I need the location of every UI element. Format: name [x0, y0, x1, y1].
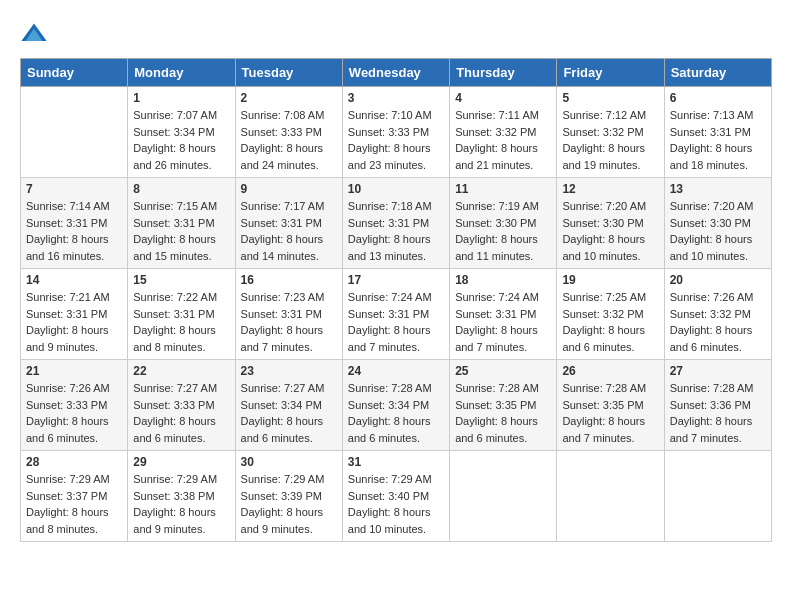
day-number: 1 — [133, 91, 229, 105]
calendar-cell: 31 Sunrise: 7:29 AMSunset: 3:40 PMDaylig… — [342, 451, 449, 542]
calendar-cell: 23 Sunrise: 7:27 AMSunset: 3:34 PMDaylig… — [235, 360, 342, 451]
day-detail: Sunrise: 7:26 AMSunset: 3:33 PMDaylight:… — [26, 380, 122, 446]
calendar-cell: 19 Sunrise: 7:25 AMSunset: 3:32 PMDaylig… — [557, 269, 664, 360]
day-number: 3 — [348, 91, 444, 105]
calendar-cell: 20 Sunrise: 7:26 AMSunset: 3:32 PMDaylig… — [664, 269, 771, 360]
day-detail: Sunrise: 7:14 AMSunset: 3:31 PMDaylight:… — [26, 198, 122, 264]
day-detail: Sunrise: 7:23 AMSunset: 3:31 PMDaylight:… — [241, 289, 337, 355]
day-number: 10 — [348, 182, 444, 196]
day-detail: Sunrise: 7:25 AMSunset: 3:32 PMDaylight:… — [562, 289, 658, 355]
day-number: 7 — [26, 182, 122, 196]
calendar-cell: 12 Sunrise: 7:20 AMSunset: 3:30 PMDaylig… — [557, 178, 664, 269]
calendar-cell: 29 Sunrise: 7:29 AMSunset: 3:38 PMDaylig… — [128, 451, 235, 542]
day-detail: Sunrise: 7:28 AMSunset: 3:34 PMDaylight:… — [348, 380, 444, 446]
calendar-cell: 21 Sunrise: 7:26 AMSunset: 3:33 PMDaylig… — [21, 360, 128, 451]
day-number: 24 — [348, 364, 444, 378]
day-detail: Sunrise: 7:17 AMSunset: 3:31 PMDaylight:… — [241, 198, 337, 264]
day-number: 29 — [133, 455, 229, 469]
day-detail: Sunrise: 7:20 AMSunset: 3:30 PMDaylight:… — [562, 198, 658, 264]
calendar-week-2: 7 Sunrise: 7:14 AMSunset: 3:31 PMDayligh… — [21, 178, 772, 269]
calendar-week-3: 14 Sunrise: 7:21 AMSunset: 3:31 PMDaylig… — [21, 269, 772, 360]
day-detail: Sunrise: 7:29 AMSunset: 3:39 PMDaylight:… — [241, 471, 337, 537]
day-detail: Sunrise: 7:07 AMSunset: 3:34 PMDaylight:… — [133, 107, 229, 173]
calendar-cell — [21, 87, 128, 178]
calendar-week-4: 21 Sunrise: 7:26 AMSunset: 3:33 PMDaylig… — [21, 360, 772, 451]
calendar-cell: 30 Sunrise: 7:29 AMSunset: 3:39 PMDaylig… — [235, 451, 342, 542]
day-detail: Sunrise: 7:29 AMSunset: 3:40 PMDaylight:… — [348, 471, 444, 537]
day-detail: Sunrise: 7:21 AMSunset: 3:31 PMDaylight:… — [26, 289, 122, 355]
calendar-cell: 14 Sunrise: 7:21 AMSunset: 3:31 PMDaylig… — [21, 269, 128, 360]
calendar-cell: 24 Sunrise: 7:28 AMSunset: 3:34 PMDaylig… — [342, 360, 449, 451]
calendar-cell: 4 Sunrise: 7:11 AMSunset: 3:32 PMDayligh… — [450, 87, 557, 178]
day-number: 6 — [670, 91, 766, 105]
day-number: 11 — [455, 182, 551, 196]
day-number: 23 — [241, 364, 337, 378]
calendar-cell — [664, 451, 771, 542]
day-number: 31 — [348, 455, 444, 469]
calendar-week-1: 1 Sunrise: 7:07 AMSunset: 3:34 PMDayligh… — [21, 87, 772, 178]
calendar-cell: 8 Sunrise: 7:15 AMSunset: 3:31 PMDayligh… — [128, 178, 235, 269]
day-number: 12 — [562, 182, 658, 196]
page-header — [20, 20, 772, 48]
day-header-monday: Monday — [128, 59, 235, 87]
day-detail: Sunrise: 7:26 AMSunset: 3:32 PMDaylight:… — [670, 289, 766, 355]
day-number: 15 — [133, 273, 229, 287]
day-number: 21 — [26, 364, 122, 378]
calendar-cell — [557, 451, 664, 542]
calendar-cell — [450, 451, 557, 542]
calendar-cell: 28 Sunrise: 7:29 AMSunset: 3:37 PMDaylig… — [21, 451, 128, 542]
calendar-cell: 27 Sunrise: 7:28 AMSunset: 3:36 PMDaylig… — [664, 360, 771, 451]
day-detail: Sunrise: 7:27 AMSunset: 3:33 PMDaylight:… — [133, 380, 229, 446]
day-header-friday: Friday — [557, 59, 664, 87]
calendar-table: SundayMondayTuesdayWednesdayThursdayFrid… — [20, 58, 772, 542]
calendar-cell: 1 Sunrise: 7:07 AMSunset: 3:34 PMDayligh… — [128, 87, 235, 178]
calendar-week-5: 28 Sunrise: 7:29 AMSunset: 3:37 PMDaylig… — [21, 451, 772, 542]
calendar-cell: 6 Sunrise: 7:13 AMSunset: 3:31 PMDayligh… — [664, 87, 771, 178]
day-number: 30 — [241, 455, 337, 469]
day-number: 14 — [26, 273, 122, 287]
calendar-cell: 22 Sunrise: 7:27 AMSunset: 3:33 PMDaylig… — [128, 360, 235, 451]
logo-icon — [20, 20, 48, 48]
logo — [20, 20, 52, 48]
day-number: 8 — [133, 182, 229, 196]
day-number: 2 — [241, 91, 337, 105]
day-number: 26 — [562, 364, 658, 378]
calendar-cell: 18 Sunrise: 7:24 AMSunset: 3:31 PMDaylig… — [450, 269, 557, 360]
day-detail: Sunrise: 7:12 AMSunset: 3:32 PMDaylight:… — [562, 107, 658, 173]
day-detail: Sunrise: 7:24 AMSunset: 3:31 PMDaylight:… — [348, 289, 444, 355]
day-detail: Sunrise: 7:13 AMSunset: 3:31 PMDaylight:… — [670, 107, 766, 173]
calendar-cell: 10 Sunrise: 7:18 AMSunset: 3:31 PMDaylig… — [342, 178, 449, 269]
day-number: 28 — [26, 455, 122, 469]
day-detail: Sunrise: 7:11 AMSunset: 3:32 PMDaylight:… — [455, 107, 551, 173]
day-number: 25 — [455, 364, 551, 378]
day-header-wednesday: Wednesday — [342, 59, 449, 87]
day-detail: Sunrise: 7:18 AMSunset: 3:31 PMDaylight:… — [348, 198, 444, 264]
day-detail: Sunrise: 7:20 AMSunset: 3:30 PMDaylight:… — [670, 198, 766, 264]
calendar-cell: 3 Sunrise: 7:10 AMSunset: 3:33 PMDayligh… — [342, 87, 449, 178]
day-number: 22 — [133, 364, 229, 378]
day-header-sunday: Sunday — [21, 59, 128, 87]
day-detail: Sunrise: 7:10 AMSunset: 3:33 PMDaylight:… — [348, 107, 444, 173]
calendar-cell: 25 Sunrise: 7:28 AMSunset: 3:35 PMDaylig… — [450, 360, 557, 451]
day-number: 19 — [562, 273, 658, 287]
day-number: 27 — [670, 364, 766, 378]
day-number: 13 — [670, 182, 766, 196]
day-header-tuesday: Tuesday — [235, 59, 342, 87]
calendar-cell: 17 Sunrise: 7:24 AMSunset: 3:31 PMDaylig… — [342, 269, 449, 360]
day-number: 20 — [670, 273, 766, 287]
day-detail: Sunrise: 7:28 AMSunset: 3:36 PMDaylight:… — [670, 380, 766, 446]
day-detail: Sunrise: 7:28 AMSunset: 3:35 PMDaylight:… — [562, 380, 658, 446]
day-number: 18 — [455, 273, 551, 287]
calendar-cell: 5 Sunrise: 7:12 AMSunset: 3:32 PMDayligh… — [557, 87, 664, 178]
day-number: 9 — [241, 182, 337, 196]
calendar-header-row: SundayMondayTuesdayWednesdayThursdayFrid… — [21, 59, 772, 87]
day-number: 16 — [241, 273, 337, 287]
day-number: 5 — [562, 91, 658, 105]
calendar-cell: 7 Sunrise: 7:14 AMSunset: 3:31 PMDayligh… — [21, 178, 128, 269]
calendar-cell: 13 Sunrise: 7:20 AMSunset: 3:30 PMDaylig… — [664, 178, 771, 269]
calendar-cell: 15 Sunrise: 7:22 AMSunset: 3:31 PMDaylig… — [128, 269, 235, 360]
calendar-cell: 9 Sunrise: 7:17 AMSunset: 3:31 PMDayligh… — [235, 178, 342, 269]
day-detail: Sunrise: 7:15 AMSunset: 3:31 PMDaylight:… — [133, 198, 229, 264]
calendar-cell: 26 Sunrise: 7:28 AMSunset: 3:35 PMDaylig… — [557, 360, 664, 451]
calendar-cell: 11 Sunrise: 7:19 AMSunset: 3:30 PMDaylig… — [450, 178, 557, 269]
